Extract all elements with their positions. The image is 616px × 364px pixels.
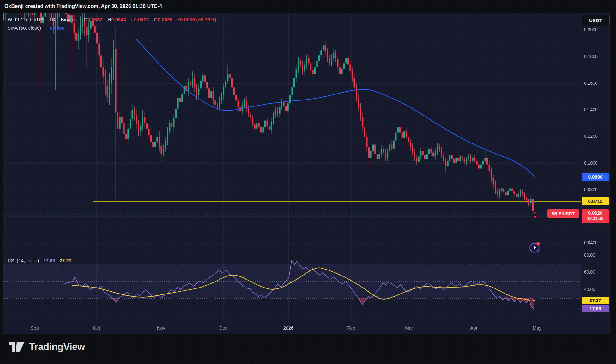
tradingview-chart-page: { "header": {"title": "OxBenji created w…	[0, 0, 616, 364]
close-key: C	[154, 17, 158, 22]
tradingview-logo[interactable]: TradingView	[9, 339, 85, 355]
rsi-axis-tick: 40.00	[584, 287, 609, 292]
low-value: 0.0622	[134, 17, 149, 22]
time-axis-label: May	[533, 325, 541, 331]
rsi-ma-value: 27.27	[60, 258, 72, 263]
sma-value: 0.0896	[50, 25, 64, 31]
time-axis-label: Mar	[405, 325, 413, 331]
time-axis-label: Sep	[31, 325, 39, 331]
last-price-badge: 0.0626 18:23:45	[582, 209, 609, 223]
time-axis-label: Dec	[219, 325, 227, 331]
rsi-label[interactable]: RSI (14, close)	[8, 258, 39, 263]
rsi-badge: 17.69	[582, 305, 609, 312]
rsi-value: 17.69	[43, 258, 55, 263]
price-axis-tick: 0.1200	[584, 134, 609, 139]
rsi-ma-badge: 27.27	[582, 297, 609, 304]
time-axis-label: 2026	[283, 325, 293, 331]
open-value: 0.0632	[88, 17, 102, 22]
high-key: H	[108, 17, 111, 22]
symbol-price-label: WLFIUSDT	[547, 209, 579, 218]
high-value: 0.0644	[111, 17, 126, 22]
time-axis-label: Feb	[347, 325, 355, 331]
time-axis-label: Nov	[157, 325, 165, 331]
price-axis-tick: 0.0400	[584, 240, 609, 245]
exchange[interactable]: Binance	[61, 17, 78, 22]
price-axis-tick: 0.2000	[584, 27, 609, 32]
rsi-axis-tick: 80.00	[584, 252, 609, 258]
change-value: −0.0005 (−0.79%)	[177, 17, 216, 22]
sma-label[interactable]: SMA (50, close)	[8, 25, 41, 31]
open-key: O	[84, 17, 88, 22]
price-axis-tick: 0.1000	[584, 161, 609, 166]
price-axis-tick: 0.1400	[584, 107, 609, 112]
tradingview-brand-text: TradingView	[29, 341, 85, 353]
price-axis-tick: 0.1600	[584, 81, 609, 86]
last-price-value: 0.0626	[582, 210, 609, 215]
price-axis-tick: 0.1800	[584, 54, 609, 59]
countdown-timer: 18:23:45	[582, 216, 609, 221]
tradingview-logo-mark	[9, 340, 25, 354]
time-axis-label: Oct	[93, 325, 100, 331]
close-value: 0.0626	[158, 17, 172, 22]
currency-toggle-button[interactable]: USDT	[582, 15, 610, 26]
watermark-header: OxBenji created with TradingView.com, Ap…	[4, 2, 162, 11]
time-axis-label: Apr	[470, 325, 478, 331]
low-key: L	[131, 17, 134, 22]
symbol-legend[interactable]: WLFI / TetherUS·1D·Binance O0.0632 H0.06…	[8, 17, 216, 22]
rsi-axis-tick: 60.00	[584, 270, 609, 275]
interval[interactable]: 1D	[49, 17, 55, 22]
chart-canvas[interactable]	[3, 13, 610, 334]
symbol-name[interactable]: WLFI / TetherUS	[8, 17, 44, 22]
level-price-badge: 0.0715	[582, 197, 609, 205]
sma-legend[interactable]: SMA (50, close)0.0896	[8, 25, 64, 31]
sma-price-badge: 0.0896	[582, 173, 609, 181]
alert-lightning-icon[interactable]	[527, 240, 542, 255]
price-axis-tick: 0.0800	[584, 187, 609, 192]
rsi-legend[interactable]: RSI (14, close)17.6927.27	[8, 258, 71, 263]
